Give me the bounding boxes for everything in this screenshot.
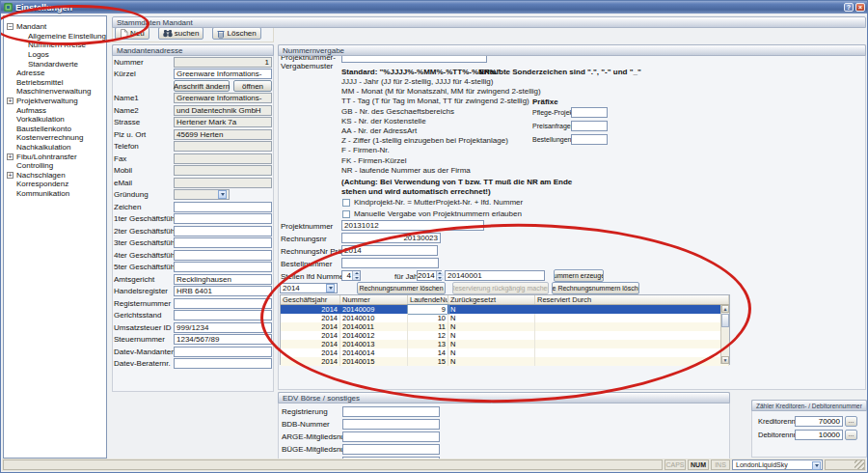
expand-icon[interactable]: + — [7, 153, 14, 160]
strasse-input[interactable]: Hertener Mark 7a — [174, 117, 272, 127]
column-header[interactable]: Zurückgesetzt — [448, 295, 535, 304]
tree-item[interactable]: Vorkalkulation — [4, 115, 106, 125]
tree-item[interactable]: Maschinenverwaltung — [4, 87, 106, 97]
fax-input[interactable] — [174, 153, 272, 164]
registrierung-input[interactable] — [342, 406, 440, 417]
title-bar[interactable]: Einstellungen ? × — [1, 1, 867, 14]
tree-item[interactable]: +Fibu/Lohntransfer — [4, 152, 106, 161]
rechnungsnummern-table[interactable]: GeschäftsjahrNummerLaufendeNummerZurückg… — [280, 294, 730, 365]
alle-rechnungsnummern-loeschen-button[interactable]: alle Rechnungsnummern löschen — [552, 282, 639, 294]
table-row[interactable]: 20142014001414N — [281, 348, 729, 357]
datev-beraternr--input[interactable] — [174, 358, 272, 369]
tree-item[interactable]: Nummern Kreise — [4, 41, 106, 50]
tree-item[interactable]: Kostenverrechnung — [4, 133, 106, 143]
table-row[interactable]: 20142014001010N — [281, 314, 729, 322]
b-ge-mitgliedsnummer-input[interactable] — [342, 444, 440, 455]
tree-item[interactable]: Baustellenkonto — [4, 125, 106, 134]
manuelle-vergabe-checkbox[interactable] — [342, 210, 350, 218]
spinner-arrows-icon[interactable] — [436, 271, 444, 280]
help-button[interactable]: ? — [844, 3, 854, 12]
bestellnummer-input[interactable] — [341, 258, 439, 268]
reservierung-rueckgaengig-button[interactable]: Reservierung rückgängig machen — [452, 282, 549, 294]
gr-ndung-input[interactable] — [174, 189, 230, 200]
tree-item[interactable]: Logos — [4, 50, 106, 60]
kindprojekt-checkbox[interactable] — [342, 199, 350, 207]
table-row[interactable]: 20142014001313N — [281, 340, 729, 348]
new-button[interactable]: Neu — [115, 27, 149, 40]
year-select[interactable]: 2014 — [280, 283, 338, 293]
registernummer-input[interactable] — [174, 298, 272, 309]
scroll-up-icon[interactable]: ▲ — [721, 305, 729, 313]
nummern-erzeugen-button[interactable]: Nummern erzeugen — [554, 269, 604, 282]
close-button[interactable]: × — [855, 3, 865, 12]
projektnummer-input[interactable]: 20131012 — [341, 220, 484, 231]
amtsgericht-input[interactable]: Recklinghausen — [174, 274, 272, 285]
rechnungsnummer-loeschen-button[interactable]: Rechnungsnummer löschen — [357, 282, 446, 294]
tree-item[interactable]: Aufmass — [4, 105, 106, 115]
tree-item[interactable]: Controlling — [4, 161, 106, 171]
chevron-down-icon[interactable] — [326, 284, 335, 292]
settings-tree[interactable]: −MandantAllgemeine EinstellungenNummern … — [3, 15, 107, 459]
arge-mitgliedsnummer-input[interactable] — [342, 431, 440, 442]
column-header[interactable]: Reserviert Durch — [535, 295, 729, 304]
email-input[interactable] — [174, 178, 272, 188]
spinner-arrows-icon[interactable] — [352, 271, 360, 280]
1ter-gesch-ftsf-hrer-input[interactable] — [174, 213, 272, 224]
collapse-icon[interactable]: − — [7, 23, 14, 30]
table-scrollbar[interactable]: ▲ ▼ — [720, 305, 729, 364]
steuernummer-input[interactable]: 1234/567/89 — [174, 334, 272, 345]
tree-item[interactable]: +Projektverwaltung — [4, 97, 106, 106]
table-row[interactable]: 20142014001212N — [281, 331, 729, 340]
gerichtsstand-input[interactable] — [174, 310, 272, 320]
tree-item[interactable]: Nachkalkulation — [4, 143, 106, 153]
name1-input[interactable]: Greenware Informations- — [174, 93, 272, 103]
rechnungsnr-input[interactable]: 20130023 — [341, 233, 441, 243]
kreditorennr-browse-button[interactable]: ... — [845, 416, 857, 427]
kreditorennr-input[interactable]: 70000 — [795, 416, 843, 427]
column-header[interactable]: Nummer — [340, 295, 408, 304]
expand-icon[interactable]: + — [7, 172, 14, 179]
bdb-nummer-input[interactable] — [342, 419, 440, 430]
tree-item[interactable]: Allgemeine Einstellungen — [4, 32, 106, 42]
scrollbar-thumb[interactable] — [721, 314, 729, 327]
pflege-projekte-praefix-input[interactable] — [571, 107, 608, 118]
nummer-preview-input[interactable]: 20140001 — [445, 270, 545, 281]
debitorennr-browse-button[interactable]: ... — [845, 430, 857, 440]
datev-mandantennr--input[interactable] — [174, 347, 272, 357]
resize-grip[interactable] — [825, 459, 865, 470]
scroll-down-icon[interactable]: ▼ — [721, 356, 729, 364]
bestellungen-praefix-input[interactable] — [571, 134, 608, 145]
delete-button[interactable]: Löschen — [212, 27, 260, 40]
zeichen-input[interactable] — [174, 202, 272, 212]
table-row[interactable]: 20142014001111N — [281, 322, 729, 331]
handelsregister-input[interactable]: HRB 6401 — [174, 286, 272, 296]
3ter-gesch-ftsf-hrer-input[interactable] — [174, 237, 272, 248]
table-row[interactable]: 20142014001515N — [281, 357, 729, 366]
stellen-spinner[interactable]: 4 — [341, 270, 361, 281]
k-rzel-input[interactable]: Greenware Informations- — [174, 69, 272, 79]
debitorennr-input[interactable]: 10000 — [795, 430, 843, 440]
table-row[interactable]: 2014201400099N — [281, 305, 729, 314]
chevron-down-icon[interactable] — [812, 461, 821, 470]
expand-icon[interactable]: + — [7, 97, 14, 104]
scheme-select[interactable]: LondonLiquidSky — [732, 459, 823, 470]
tree-item[interactable]: Betriebsmittel — [4, 78, 106, 88]
nummer-input[interactable]: 1 — [174, 57, 272, 68]
tree-item[interactable]: −Mandant — [4, 22, 106, 32]
jahr-spinner[interactable]: 2014 — [417, 270, 442, 281]
4ter-gesch-ftsf-hrer-input[interactable] — [174, 250, 272, 261]
oeffnen-button[interactable]: öffnen — [233, 80, 272, 92]
rechnungsnr-praefix-input[interactable]: 2014 — [341, 245, 438, 256]
name2-input[interactable]: und Datentechnik GmbH — [174, 105, 272, 116]
tree-item[interactable]: Adresse — [4, 69, 106, 78]
tree-item[interactable]: Kommunikation — [4, 189, 106, 199]
5ter-gesch-ftsf-hrer-input[interactable] — [174, 262, 272, 272]
tree-item[interactable]: +Nachschlagen — [4, 171, 106, 181]
search-button[interactable]: suchen — [158, 27, 204, 40]
2ter-gesch-ftsf-hrer-input[interactable] — [174, 226, 272, 236]
tree-item[interactable]: Korrespondenz — [4, 180, 106, 189]
tree-item[interactable]: Standardwerte — [4, 59, 106, 69]
anschrift-aendern-button[interactable]: Anschrift ändern — [174, 80, 230, 92]
telefon-input[interactable] — [174, 141, 272, 152]
column-header[interactable]: LaufendeNummer — [408, 295, 448, 304]
